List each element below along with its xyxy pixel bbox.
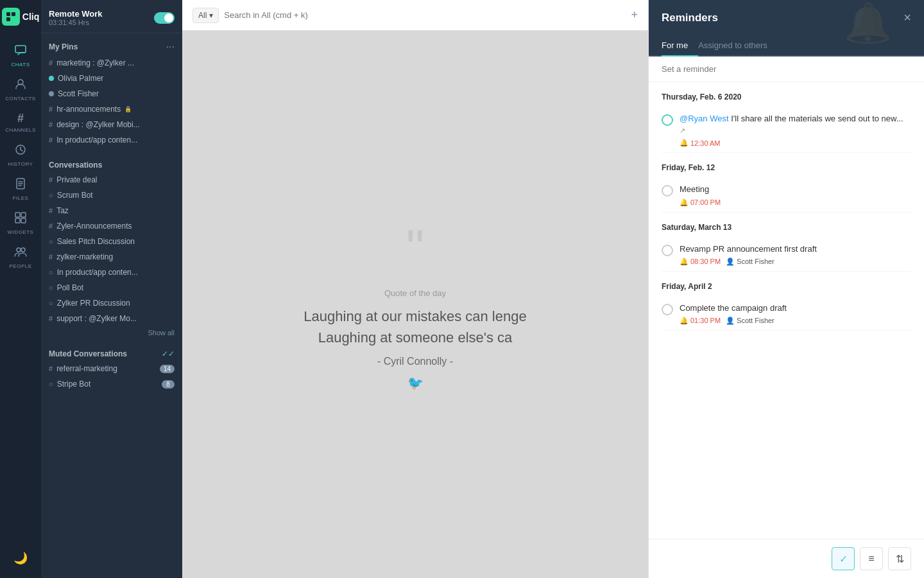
conversations-section-header: Conversations [41,153,182,172]
reminders-panel: Reminders 🔔 × For me Assigned to others … [648,0,924,578]
svg-rect-10 [21,218,26,223]
nav-item-contacts[interactable]: CONTACTS [0,73,41,107]
reminder-time-3: 🔔 08:30 PM [680,258,721,266]
pin-item-design[interactable]: # design : @Zylker Mobi... [41,117,182,132]
reminder-checkbox-4[interactable] [662,304,673,315]
reminder-time-1: 🔔 12:30 AM [680,139,720,147]
reminder-text-2: Meeting [680,184,911,195]
muted-item-referral[interactable]: # referral-marketing 14 [41,361,182,376]
pin-name-hr: hr-announcements [56,105,121,114]
search-filter-dropdown[interactable]: All ▾ [193,8,219,23]
badge-stripe: 8 [162,380,175,389]
pin-item-scott[interactable]: Scott Fisher [41,86,182,101]
footer-sort-button[interactable]: ⇅ [888,547,911,570]
reminder-meta-2: 🔔 07:00 PM [680,198,911,207]
pin-name-olivia: Olivia Palmer [58,74,103,83]
mention-ryan: @Ryan West [680,114,729,123]
reminder-item-2: Meeting 🔔 07:00 PM [662,179,911,212]
conv-name-scrumbot: Scrum Bot [57,191,93,200]
pin-item-olivia[interactable]: Olivia Palmer [41,71,182,86]
conv-item-zylkerpr[interactable]: ○ Zylker PR Discussion [41,295,182,311]
date-label-feb12: Friday, Feb. 12 [662,163,911,172]
quote-decorative-icon: " [406,219,424,278]
theme-toggle[interactable]: 🌙 [13,546,28,570]
nav-item-widgets[interactable]: WIDGETS [0,206,41,240]
footer-list-button[interactable]: ≡ [860,547,883,570]
muted-title: Muted Conversations [49,349,127,358]
reminder-meta-3: 🔔 08:30 PM 👤 Scott Fisher [680,258,911,266]
people-icon [14,245,27,261]
muted-section: Muted Conversations ✓✓ # referral-market… [41,344,182,392]
channels-label: CHANNELS [5,127,36,133]
alarm-icon-1: 🔔 [680,139,689,147]
conv-name-privatedeal: Private deal [56,175,97,184]
reminder-text-1: @Ryan West I'll share all the materials … [680,113,911,136]
reminder-checkbox-2[interactable] [662,185,673,197]
nav-item-files[interactable]: FILES [0,172,41,206]
set-reminder-bar [649,57,924,82]
tab-for-me[interactable]: For me [662,35,698,57]
main-content: All ▾ + " Quote of the day Laughing at o… [182,0,648,578]
svg-rect-8 [21,213,26,217]
assignee-icon-4: 👤 [726,317,735,325]
show-all-button[interactable]: Show all [41,326,182,339]
reminder-checkbox-3[interactable] [662,245,673,256]
external-link-icon-1[interactable]: ↗ [680,127,685,134]
nav-item-history[interactable]: HISTORY [0,138,41,172]
muted-name-referral: referral-marketing [56,364,117,373]
conv-item-marketing[interactable]: # zylker-marketing [41,249,182,265]
conv-item-scrumbot[interactable]: ○ Scrum Bot [41,188,182,203]
nav-item-chats[interactable]: CHATS [0,39,41,73]
search-input[interactable] [224,10,626,20]
contacts-icon [14,78,27,94]
conv-item-pollbot[interactable]: ○ Poll Bot [41,280,182,295]
conv-name-taz: Taz [56,206,69,215]
reminder-checkbox-1[interactable] [662,114,673,126]
reminder-content-1: @Ryan West I'll share all the materials … [680,113,911,147]
conv-item-taz[interactable]: # Taz [41,203,182,218]
pin-item-hr[interactable]: # hr-announcements 🔒 [41,101,182,117]
pin-item-product[interactable]: # In product/app conten... [41,132,182,148]
conv-item-inproduct[interactable]: ○ In product/app conten... [41,265,182,280]
conv-item-salespitch[interactable]: ○ Sales Pitch Discussion [41,234,182,249]
reminder-time-4: 🔔 01:30 PM [680,317,721,325]
conv-item-privatedeal[interactable]: # Private deal [41,172,182,188]
nav-item-channels[interactable]: # CHANNELS [0,107,41,138]
hash-icon-mktg: # [49,253,53,261]
conv-name-support: support : @Zylker Mo... [56,314,137,323]
app-logo[interactable]: Cliq [2,8,39,26]
hash-icon-product: # [49,136,53,144]
reminder-assignee-3: 👤 Scott Fisher [726,258,774,266]
conv-name-marketing: zylker-marketing [56,252,113,261]
add-icon[interactable]: + [631,8,638,22]
tab-assigned-to-others[interactable]: Assigned to others [698,35,778,57]
bot-icon-scrum: ○ [49,191,53,199]
date-label-feb6: Thursday, Feb. 6 2020 [662,92,911,101]
set-reminder-input[interactable] [662,64,911,74]
footer-check-button[interactable]: ✓ [832,547,855,570]
bot-icon-poll: ○ [49,284,53,292]
nav-item-people[interactable]: PEOPLE [0,240,41,274]
date-group-feb6: Thursday, Feb. 6 2020 @Ryan West I'll sh… [662,92,911,153]
moon-icon: 🌙 [13,551,28,565]
workspace-toggle[interactable] [154,12,175,24]
hash-icon-zyler: # [49,222,53,230]
pin-name-design: design : @Zylker Mobi... [56,120,140,129]
conv-item-support[interactable]: # support : @Zylker Mo... [41,311,182,326]
conversations-title: Conversations [49,161,102,170]
twitter-icon[interactable]: 🐦 [407,375,424,390]
pins-more-icon[interactable]: ··· [166,41,175,53]
reminders-title: Reminders [662,12,718,24]
workspace-time: 03:31:45 Hrs [49,19,103,26]
muted-item-stripe[interactable]: ○ Stripe Bot 8 [41,376,182,392]
svg-rect-1 [12,12,15,16]
bot-icon-stripe: ○ [49,380,53,388]
close-reminders-button[interactable]: × [903,10,911,25]
conv-item-zyler[interactable]: # Zyler-Announcements [41,218,182,234]
reminders-body: Thursday, Feb. 6 2020 @Ryan West I'll sh… [649,82,924,539]
pin-item-marketing[interactable]: # marketing : @Zylker ... [41,55,182,71]
contacts-label: CONTACTS [5,96,35,101]
files-label: FILES [13,195,29,201]
quote-area: " Quote of the day Laughing at our mista… [182,31,648,578]
search-filter-label: All [198,11,207,20]
